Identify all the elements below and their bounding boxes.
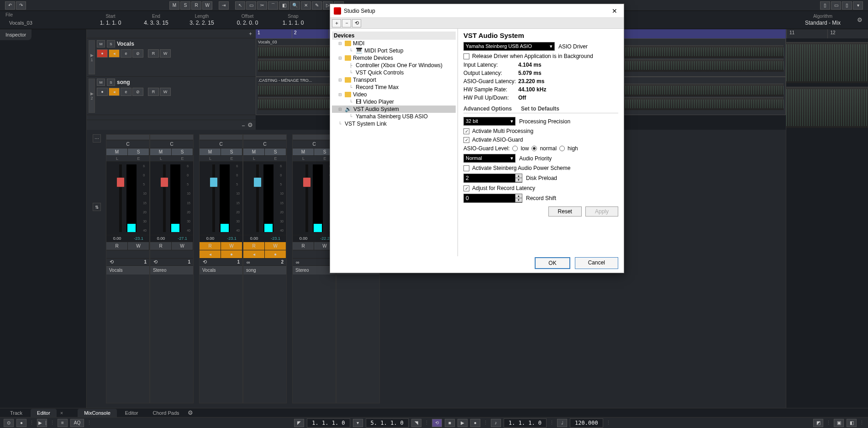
fader-area[interactable]: 6051015203040 bbox=[200, 162, 242, 235]
write-auto-button[interactable]: W bbox=[160, 49, 171, 58]
solo-button[interactable]: S bbox=[107, 40, 115, 48]
reset-button[interactable]: Reset bbox=[548, 206, 582, 217]
tree-node-vst-quick[interactable]: └VST Quick Controls bbox=[332, 69, 456, 76]
guard-high-radio[interactable] bbox=[559, 146, 565, 151]
start-value[interactable]: 1. 1. 1. 0 bbox=[88, 20, 133, 26]
solo-all-button[interactable]: S bbox=[180, 1, 190, 10]
record-latency-checkbox[interactable] bbox=[463, 185, 469, 191]
power-scheme-checkbox[interactable] bbox=[463, 165, 469, 171]
tab-chord-pads[interactable]: Chord Pads bbox=[147, 409, 186, 417]
record-enable-button[interactable]: ● bbox=[221, 250, 242, 258]
mute-button[interactable]: M bbox=[97, 40, 105, 48]
max-record-button[interactable]: ◧ bbox=[847, 419, 857, 427]
left-locator-display[interactable]: 1. 1. 1. 0 bbox=[307, 418, 350, 428]
mute-button[interactable]: M bbox=[200, 148, 221, 155]
tree-node-video[interactable]: ⊟Video bbox=[332, 91, 456, 98]
release-driver-checkbox[interactable] bbox=[463, 53, 469, 59]
tree-node-remote[interactable]: ⊟Remote Devices bbox=[332, 54, 456, 62]
track-handle[interactable]: ▶1 bbox=[89, 40, 95, 74]
write-all-button[interactable]: W bbox=[202, 1, 212, 10]
mute-button[interactable]: M bbox=[293, 148, 314, 155]
redo-button[interactable]: ↷ bbox=[16, 1, 26, 10]
primary-time-format-button[interactable]: ♪ bbox=[491, 419, 501, 427]
marker-button[interactable]: ◩ bbox=[813, 419, 823, 427]
left-locator-button[interactable]: ◤ bbox=[294, 419, 304, 427]
tree-node-video-player[interactable]: └🎞Video Player bbox=[332, 98, 456, 106]
listen-button[interactable]: L bbox=[106, 156, 128, 161]
remove-device-button[interactable]: － bbox=[342, 19, 351, 27]
eraser-tool-button[interactable]: ◧ bbox=[279, 1, 289, 10]
snap-value[interactable]: 1. 1. 1. 0 bbox=[270, 20, 316, 26]
fader-cap[interactable] bbox=[210, 177, 218, 187]
multi-processing-checkbox[interactable] bbox=[463, 128, 469, 134]
length-value[interactable]: 3. 2. 2. 15 bbox=[179, 20, 225, 26]
read-auto-button[interactable]: R bbox=[106, 242, 128, 250]
listen-button[interactable]: L bbox=[293, 156, 314, 161]
mixer-config-button[interactable]: ⇅ bbox=[93, 203, 101, 211]
tab-gear-icon[interactable]: ⚙ bbox=[188, 409, 193, 416]
listen-button[interactable]: L bbox=[200, 156, 221, 161]
fader-cap[interactable] bbox=[303, 177, 311, 187]
edit-button[interactable]: E bbox=[221, 156, 242, 161]
tempo-display[interactable]: 120.000 bbox=[570, 418, 603, 428]
right-locator-button[interactable]: ◥ bbox=[411, 419, 421, 427]
tab-editor-left[interactable]: Editor bbox=[31, 409, 57, 417]
read-auto-button[interactable]: R bbox=[148, 49, 159, 58]
record-enable-button[interactable]: ● bbox=[97, 49, 108, 58]
draw-tool-button[interactable]: ✎ bbox=[312, 1, 322, 10]
tree-node-midi[interactable]: ⊟MIDI bbox=[332, 40, 456, 47]
edit-button[interactable]: E bbox=[265, 156, 286, 161]
fader-cap[interactable] bbox=[253, 177, 262, 187]
fader-area[interactable]: 6051015203040 bbox=[293, 162, 336, 235]
layout-2-button[interactable]: ▭ bbox=[831, 1, 841, 10]
output-icon[interactable]: ∞ bbox=[243, 259, 253, 265]
solo-button[interactable]: S bbox=[172, 148, 193, 155]
reset-device-button[interactable]: ⟲ bbox=[352, 19, 361, 27]
glue-tool-button[interactable]: ⌒ bbox=[268, 1, 278, 10]
peak-value[interactable]: -27.1 bbox=[172, 235, 193, 242]
solo-button[interactable]: S bbox=[221, 148, 242, 155]
tree-node-midi-port[interactable]: └🎹MIDI Port Setup bbox=[332, 47, 456, 54]
offset-value[interactable]: 0. 2. 0. 0 bbox=[225, 20, 270, 26]
punch-record-button[interactable]: ● bbox=[16, 419, 26, 427]
tree-node-vst-link[interactable]: └VST System Link bbox=[332, 120, 456, 127]
track-row[interactable]: ▶2 M S song ● ◂ e ⊘ R bbox=[87, 77, 256, 115]
track-footer-minus[interactable]: – bbox=[242, 122, 245, 128]
write-auto-button[interactable]: W bbox=[128, 242, 149, 250]
record-button[interactable]: ● bbox=[470, 419, 480, 427]
dialog-title-bar[interactable]: Studio Setup ✕ bbox=[330, 4, 624, 18]
record-enable-button[interactable]: ● bbox=[97, 88, 108, 96]
write-auto-button[interactable]: W bbox=[172, 242, 193, 250]
fader-cap[interactable] bbox=[160, 177, 168, 187]
output-icon[interactable]: ⟲ bbox=[106, 259, 116, 265]
right-locator-display[interactable]: 5. 1. 1. 0 bbox=[366, 418, 409, 428]
read-auto-button[interactable]: R bbox=[200, 242, 221, 250]
fader-area[interactable]: 6051015203040 bbox=[150, 162, 193, 235]
read-auto-button[interactable]: R bbox=[293, 242, 314, 250]
marker-list-button[interactable]: ≡ bbox=[58, 419, 68, 427]
mixer-menu-button[interactable]: ⋯ bbox=[93, 134, 101, 143]
layout-3-button[interactable]: ▯ bbox=[842, 1, 852, 10]
record-shift-input[interactable]: 0 bbox=[463, 194, 516, 203]
mute-button[interactable]: M bbox=[97, 79, 105, 86]
channel-name[interactable]: song bbox=[243, 265, 286, 275]
mixer-channel[interactable]: CMSLE60510152030400.00-23.1RW◂●∞2song bbox=[243, 134, 287, 403]
edit-channel-button[interactable]: e bbox=[121, 49, 132, 58]
solo-button[interactable]: S bbox=[128, 148, 149, 155]
position-display[interactable]: 1. 1. 1. 0 bbox=[504, 418, 547, 428]
device-tree[interactable]: Devices ⊟MIDI └🎹MIDI Port Setup ⊟Remote … bbox=[330, 29, 458, 256]
ok-button[interactable]: OK bbox=[535, 257, 570, 269]
priority-select[interactable]: Normal▾ bbox=[463, 154, 516, 163]
channel-name[interactable]: Vocals bbox=[200, 265, 242, 275]
spin-down-button[interactable]: ▾ bbox=[516, 178, 522, 182]
freeze-button[interactable]: ⊘ bbox=[132, 49, 143, 58]
channel-name[interactable]: Stereo bbox=[150, 265, 193, 275]
volume-value[interactable]: 0.00 bbox=[200, 235, 221, 242]
channel-name[interactable]: Vocals bbox=[106, 265, 149, 275]
channel-name[interactable]: Stereo bbox=[293, 265, 336, 275]
close-button[interactable]: ✕ bbox=[609, 5, 620, 16]
listen-button[interactable]: L bbox=[150, 156, 172, 161]
tempo-track-button[interactable]: ♩ bbox=[557, 419, 567, 427]
solo-button[interactable]: S bbox=[107, 79, 115, 86]
write-auto-button[interactable]: W bbox=[265, 242, 286, 250]
